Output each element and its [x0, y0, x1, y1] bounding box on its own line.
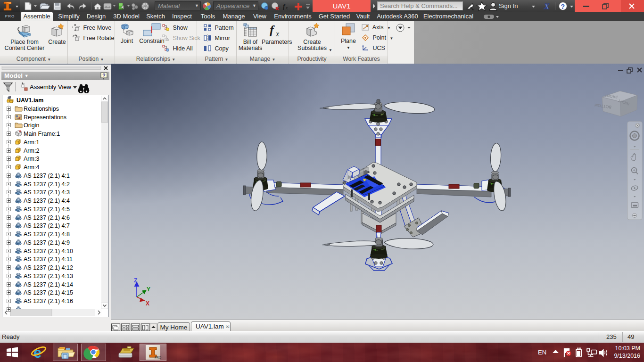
svg-text:Assembly View: Assembly View [30, 83, 72, 90]
svg-text:Y: Y [147, 286, 150, 293]
svg-text:PRO: PRO [155, 356, 161, 359]
svg-text:x: x [285, 5, 288, 10]
svg-text:f: f [270, 23, 275, 37]
svg-text:X: X [544, 2, 550, 11]
svg-text:?: ? [102, 73, 106, 78]
svg-text:Z: Z [134, 277, 137, 284]
svg-text:X: X [146, 300, 149, 307]
svg-text:x: x [275, 30, 279, 38]
svg-text:?: ? [561, 3, 565, 10]
